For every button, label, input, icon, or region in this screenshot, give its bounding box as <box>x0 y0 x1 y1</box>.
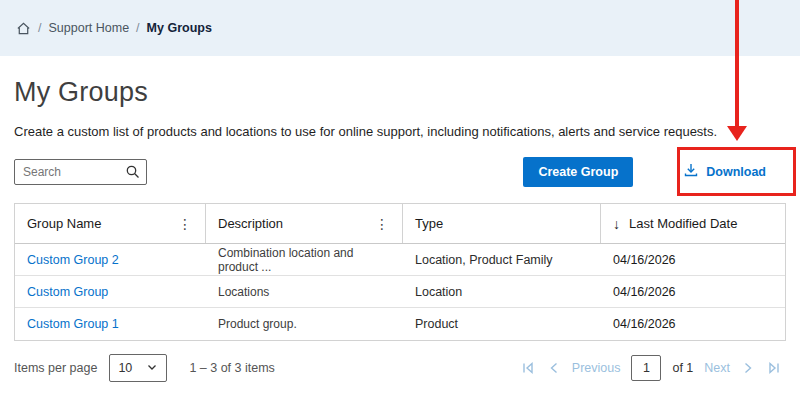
page-description: Create a custom list of products and loc… <box>14 124 786 139</box>
items-per-page-label: Items per page <box>14 361 97 375</box>
page-number-input[interactable] <box>631 355 661 381</box>
description-cell: Product group. <box>206 317 403 331</box>
group-name-cell: Custom Group 1 <box>15 317 206 331</box>
create-group-button[interactable]: Create Group <box>523 157 633 187</box>
next-page-icon[interactable] <box>741 361 755 375</box>
type-cell: Location, Product Family <box>403 253 601 267</box>
table-header-row: Group Name ⋮ Description ⋮ Type ↓ Last M… <box>15 204 785 244</box>
description-cell: Combination location and product ... <box>206 246 403 274</box>
description-cell: Locations <box>206 285 403 299</box>
items-range-text: 1 – 3 of 3 items <box>189 361 274 375</box>
last-modified-cell: 04/16/2026 <box>601 317 785 331</box>
first-page-icon[interactable] <box>520 360 536 376</box>
download-icon <box>683 162 699 181</box>
table-row: Custom Group 2 Combination location and … <box>15 244 785 276</box>
breadcrumb-my-groups: My Groups <box>147 21 212 35</box>
download-button-label: Download <box>706 165 766 179</box>
next-button[interactable]: Next <box>704 361 730 375</box>
sort-descending-icon[interactable]: ↓ <box>613 217 620 231</box>
toolbar: Create Group Download <box>14 156 786 187</box>
group-name-cell: Custom Group <box>15 285 206 299</box>
breadcrumb-separator: / <box>136 21 139 35</box>
column-menu-icon[interactable]: ⋮ <box>175 217 195 231</box>
last-modified-cell: 04/16/2026 <box>601 285 785 299</box>
page-title: My Groups <box>14 77 786 108</box>
breadcrumb-separator: / <box>38 21 41 35</box>
group-link[interactable]: Custom Group 2 <box>27 253 119 267</box>
last-modified-cell: 04/16/2026 <box>601 253 785 267</box>
group-link[interactable]: Custom Group <box>27 285 108 299</box>
home-icon[interactable] <box>16 21 31 36</box>
search-input[interactable] <box>14 159 147 185</box>
column-header-description: Description ⋮ <box>206 204 403 243</box>
last-page-icon[interactable] <box>766 360 782 376</box>
download-button[interactable]: Download <box>679 156 770 187</box>
type-cell: Product <box>403 317 601 331</box>
group-name-cell: Custom Group 2 <box>15 253 206 267</box>
column-header-type: Type <box>403 204 601 243</box>
type-cell: Location <box>403 285 601 299</box>
pagination: Previous of 1 Next <box>520 355 782 381</box>
column-header-group-name: Group Name ⋮ <box>15 204 206 243</box>
previous-page-icon[interactable] <box>547 361 561 375</box>
breadcrumb: / Support Home / My Groups <box>0 0 800 56</box>
chevron-down-icon <box>146 361 158 376</box>
column-header-last-modified[interactable]: ↓ Last Modified Date <box>601 204 785 243</box>
items-per-page-select[interactable]: 10 <box>109 354 167 382</box>
breadcrumb-support-home[interactable]: Support Home <box>48 21 129 35</box>
page-of-label: of 1 <box>672 361 693 375</box>
column-menu-icon[interactable]: ⋮ <box>372 217 392 231</box>
table-row: Custom Group Locations Location 04/16/20… <box>15 276 785 308</box>
groups-table: Group Name ⋮ Description ⋮ Type ↓ Last M… <box>14 203 786 341</box>
table-row: Custom Group 1 Product group. Product 04… <box>15 308 785 340</box>
group-link[interactable]: Custom Group 1 <box>27 317 119 331</box>
previous-button[interactable]: Previous <box>572 361 621 375</box>
table-footer: Items per page 10 1 – 3 of 3 items <box>14 354 786 400</box>
